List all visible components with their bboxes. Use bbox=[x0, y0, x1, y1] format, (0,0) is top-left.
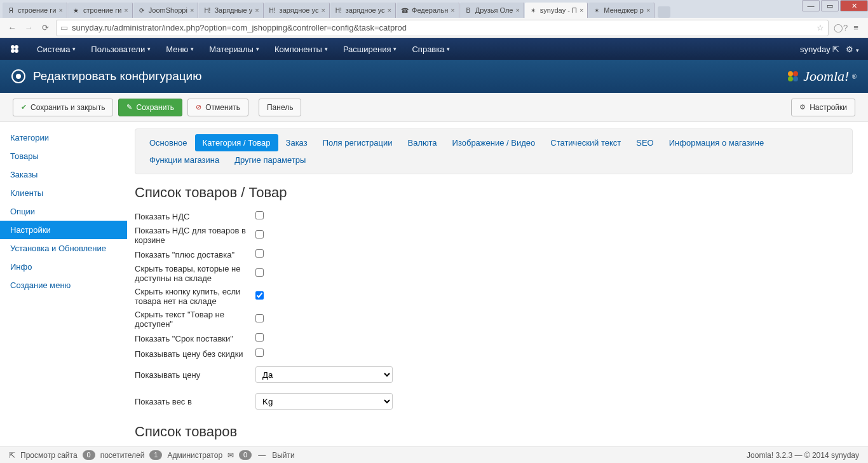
gear-icon: ⚙ bbox=[799, 103, 806, 111]
sidebar-item[interactable]: Установка и Обновление bbox=[0, 239, 127, 258]
config-tab[interactable]: Изображение / Видео bbox=[445, 134, 543, 151]
save-button[interactable]: ✎Сохранить bbox=[118, 99, 182, 116]
browser-tab[interactable]: ☎Федеральн× bbox=[397, 3, 459, 18]
preview-site-link[interactable]: Просмотр сайта bbox=[20, 451, 78, 460]
sidebar-item[interactable]: Товары bbox=[0, 147, 127, 165]
config-tabs: ОсновноеКатегория / ТоварЗаказПоля регис… bbox=[135, 128, 853, 174]
browser-tab[interactable]: ✶Менеджер р× bbox=[588, 3, 654, 18]
select-input[interactable]: Да bbox=[255, 366, 393, 383]
config-tab[interactable]: Информация о магазине bbox=[661, 134, 771, 151]
menu-item[interactable]: Материалы▾ bbox=[201, 38, 267, 60]
field-label: Скрыть товары, которые не доступны на ск… bbox=[135, 264, 255, 283]
browser-tab[interactable]: ★строение ги× bbox=[68, 3, 133, 18]
tab-label: зарядное ус bbox=[346, 6, 385, 14]
site-link[interactable]: synyday ⇱ bbox=[800, 45, 839, 54]
tab-close-icon[interactable]: × bbox=[388, 6, 391, 14]
main-content: ОсновноеКатегория / ТоварЗаказПоля регис… bbox=[127, 122, 868, 446]
tab-close-icon[interactable]: × bbox=[580, 6, 583, 14]
config-tab[interactable]: SEO bbox=[628, 134, 661, 151]
help-icon[interactable]: ◯? bbox=[834, 23, 845, 32]
tab-close-icon[interactable]: × bbox=[58, 6, 62, 14]
bookmark-icon[interactable]: ☆ bbox=[817, 23, 824, 32]
checkbox-input[interactable] bbox=[255, 349, 264, 357]
checkbox-input[interactable] bbox=[255, 230, 264, 238]
sidebar-item[interactable]: Категории bbox=[0, 128, 127, 147]
browser-tab[interactable]: Ястроение ги× bbox=[3, 3, 67, 18]
panel-button[interactable]: Панель bbox=[259, 99, 301, 116]
joomla-logo-icon[interactable] bbox=[9, 43, 20, 55]
menu-item[interactable]: Меню▾ bbox=[158, 38, 201, 60]
sidebar-item[interactable]: Опции bbox=[0, 202, 127, 221]
browser-tab[interactable]: ⟳JoomShoppi× bbox=[133, 3, 199, 18]
caret-down-icon: ▾ bbox=[147, 46, 151, 52]
form-row: Показать "плюс доставка" bbox=[135, 247, 853, 262]
config-tab[interactable]: Поля регистрации bbox=[315, 134, 400, 151]
cancel-button[interactable]: ⊘Отменить bbox=[187, 99, 248, 116]
select-input[interactable]: Kg bbox=[255, 393, 393, 410]
browser-tab[interactable]: H!зарядное ус× bbox=[330, 3, 396, 18]
menu-item[interactable]: Справка▾ bbox=[404, 38, 458, 60]
address-bar[interactable]: ▭ sunyday.ru/administrator/index.php?opt… bbox=[56, 20, 829, 36]
menu-item[interactable]: Компоненты▾ bbox=[267, 38, 336, 60]
url-text: sunyday.ru/administrator/index.php?optio… bbox=[72, 23, 407, 32]
nav-forward-button[interactable]: → bbox=[23, 23, 34, 32]
page-icon: ▭ bbox=[60, 23, 68, 32]
browser-tab[interactable]: ✶synyday - П× bbox=[525, 3, 588, 18]
checkbox-input[interactable] bbox=[255, 268, 264, 277]
action-toolbar: ✔Сохранить и закрыть ✎Сохранить ⊘Отменит… bbox=[0, 93, 868, 122]
visitors-badge: 0 bbox=[83, 450, 95, 460]
sidebar-item[interactable]: Клиенты bbox=[0, 184, 127, 202]
tab-close-icon[interactable]: × bbox=[321, 6, 325, 14]
window-minimize-button[interactable]: — bbox=[802, 0, 820, 11]
browser-tab[interactable]: H!Зарядные у× bbox=[199, 3, 263, 18]
browser-tab[interactable]: BДрузья Оле× bbox=[460, 3, 524, 18]
window-maximize-button[interactable]: ▭ bbox=[821, 0, 839, 11]
field-label: Показать НДС bbox=[135, 212, 255, 221]
new-tab-button[interactable] bbox=[658, 6, 670, 18]
menu-item[interactable]: Пользователи▾ bbox=[83, 38, 158, 60]
tab-close-icon[interactable]: × bbox=[451, 6, 454, 14]
window-close-button[interactable]: ✕ bbox=[840, 0, 868, 11]
checkbox-input[interactable] bbox=[255, 249, 264, 258]
nav-back-button[interactable]: ← bbox=[6, 23, 18, 32]
sidebar-item[interactable]: Настройки bbox=[0, 221, 127, 239]
settings-button[interactable]: ⚙Настройки bbox=[791, 99, 855, 116]
config-tab[interactable]: Другие параметры bbox=[227, 151, 313, 169]
mail-icon[interactable]: ✉ bbox=[227, 451, 234, 460]
menu-item[interactable]: Расширения▾ bbox=[336, 38, 405, 60]
admin-status-bar: ⇱ Просмотр сайта 0 посетителей 1 Админис… bbox=[0, 446, 868, 463]
sidebar-item[interactable]: Создание меню bbox=[0, 276, 127, 294]
favicon-icon: ⟳ bbox=[137, 6, 146, 15]
checkbox-input[interactable] bbox=[255, 211, 264, 219]
sidebar-item[interactable]: Инфо bbox=[0, 258, 127, 276]
admins-badge: 1 bbox=[149, 450, 162, 460]
logout-link[interactable]: Выйти bbox=[272, 451, 295, 460]
menu-label: Материалы bbox=[209, 45, 254, 54]
field-label: Показать "Срок поставки" bbox=[135, 334, 255, 343]
menu-label: Расширения bbox=[343, 45, 391, 54]
chrome-menu-button[interactable]: ≡ bbox=[850, 23, 862, 32]
checkbox-input[interactable] bbox=[255, 314, 264, 322]
sidebar-item[interactable]: Заказы bbox=[0, 165, 127, 184]
favicon-icon: H! bbox=[268, 6, 277, 15]
caret-down-icon: ▾ bbox=[393, 46, 397, 52]
config-tab[interactable]: Категория / Товар bbox=[195, 134, 278, 151]
save-close-button[interactable]: ✔Сохранить и закрыть bbox=[13, 99, 113, 116]
menu-item[interactable]: Система▾ bbox=[29, 38, 83, 60]
config-tab[interactable]: Заказ bbox=[278, 134, 315, 151]
nav-reload-button[interactable]: ⟳ bbox=[39, 23, 51, 32]
tab-close-icon[interactable]: × bbox=[124, 6, 128, 14]
tab-close-icon[interactable]: × bbox=[190, 6, 194, 14]
config-tab[interactable]: Валюта bbox=[400, 134, 445, 151]
tab-close-icon[interactable]: × bbox=[515, 6, 519, 14]
tab-close-icon[interactable]: × bbox=[646, 6, 650, 14]
config-tab[interactable]: Основное bbox=[142, 134, 195, 151]
settings-gear-icon[interactable]: ⚙ ▾ bbox=[846, 45, 859, 54]
cancel-icon: ⊘ bbox=[196, 103, 201, 111]
config-tab[interactable]: Статический текст bbox=[543, 134, 628, 151]
tab-close-icon[interactable]: × bbox=[255, 6, 259, 14]
config-tab[interactable]: Функции магазина bbox=[142, 151, 227, 169]
checkbox-input[interactable] bbox=[255, 291, 264, 300]
browser-tab[interactable]: H!зарядное ус× bbox=[264, 3, 330, 18]
checkbox-input[interactable] bbox=[255, 333, 264, 342]
